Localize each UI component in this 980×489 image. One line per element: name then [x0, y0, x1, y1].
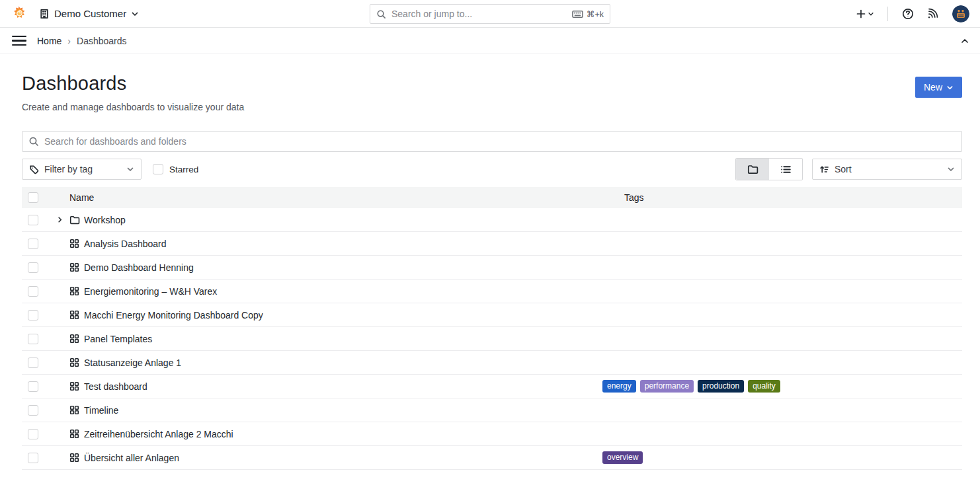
- table-row[interactable]: Macchi Energy Monitoring Dashboard Copy: [22, 303, 962, 327]
- apps-icon: [69, 453, 79, 463]
- row-checkbox[interactable]: [28, 215, 38, 225]
- page-title: Dashboards: [22, 73, 244, 94]
- table-row[interactable]: Statusanzeige Anlage 1: [22, 351, 962, 375]
- apps-icon: [69, 357, 79, 367]
- table-row[interactable]: Panel Templates: [22, 327, 962, 351]
- search-icon: [376, 9, 386, 19]
- sort-select[interactable]: Sort: [812, 159, 962, 180]
- sort-icon: [819, 165, 829, 174]
- chevron-down-icon: [131, 10, 139, 18]
- user-avatar[interactable]: [952, 5, 969, 22]
- org-switcher[interactable]: Demo Customer: [39, 8, 139, 19]
- row-name[interactable]: Test dashboard: [84, 381, 147, 392]
- row-tags: overview: [602, 451, 643, 464]
- apps-icon: [69, 310, 79, 320]
- tag-pill[interactable]: performance: [640, 380, 694, 393]
- new-quick-add-button[interactable]: [852, 6, 878, 22]
- chevron-down-icon: [126, 165, 134, 173]
- dashboards-table: Name Tags Workshop Analysis Dashboard: [22, 187, 962, 470]
- apps-icon: [69, 405, 79, 415]
- building-icon: [39, 9, 50, 19]
- row-name[interactable]: Panel Templates: [84, 334, 152, 344]
- chevron-down-icon: [946, 84, 954, 91]
- chevron-down-icon: [947, 165, 955, 173]
- tag-pill[interactable]: overview: [602, 451, 643, 464]
- tag-pill[interactable]: quality: [748, 380, 780, 393]
- row-tags: energyperformanceproductionquality: [602, 380, 780, 393]
- grafana-logo-icon: [11, 5, 27, 22]
- table-row[interactable]: Workshop: [22, 208, 962, 232]
- folder-view-button[interactable]: [736, 159, 769, 180]
- filter-by-tag-select[interactable]: Filter by tag: [22, 159, 142, 180]
- dashboards-page: Dashboards Create and manage dashboards …: [0, 73, 980, 470]
- row-name[interactable]: Energiemonitoring – W&H Varex: [84, 286, 217, 297]
- table-row[interactable]: Zeitreihenübersicht Anlage 2 Macchi: [22, 422, 962, 446]
- row-checkbox[interactable]: [28, 429, 38, 439]
- row-checkbox[interactable]: [28, 310, 38, 320]
- table-row[interactable]: Timeline: [22, 398, 962, 422]
- row-name[interactable]: Macchi Energy Monitoring Dashboard Copy: [84, 310, 263, 320]
- help-button[interactable]: [897, 5, 919, 22]
- table-header: Name Tags: [22, 187, 962, 208]
- list-view-button[interactable]: [769, 159, 802, 180]
- breadcrumb-current: Dashboards: [77, 36, 127, 46]
- column-header-tags: Tags: [624, 192, 644, 203]
- page-subtitle: Create and manage dashboards to visualiz…: [22, 102, 244, 112]
- tag-pill[interactable]: energy: [602, 380, 636, 393]
- news-button[interactable]: [922, 5, 943, 22]
- starred-label: Starred: [169, 165, 198, 174]
- table-row[interactable]: Demo Dashboard Henning: [22, 256, 962, 280]
- expand-icon[interactable]: [56, 216, 65, 223]
- row-checkbox[interactable]: [28, 381, 38, 392]
- table-row[interactable]: Übersicht aller Anlagen overview: [22, 446, 962, 470]
- dashboard-search-placeholder: Search for dashboards and folders: [44, 136, 186, 147]
- table-row[interactable]: Energiemonitoring – W&H Varex: [22, 280, 962, 303]
- table-row[interactable]: Analysis Dashboard: [22, 232, 962, 256]
- breadcrumb-home[interactable]: Home: [37, 36, 61, 46]
- folder-icon: [747, 164, 758, 175]
- row-checkbox[interactable]: [28, 453, 38, 463]
- new-button[interactable]: New: [915, 77, 962, 98]
- global-search-placeholder: Search or jump to...: [391, 9, 567, 19]
- row-name[interactable]: Statusanzeige Anlage 1: [84, 357, 181, 368]
- list-icon: [780, 164, 792, 175]
- apps-icon: [69, 286, 79, 296]
- row-checkbox[interactable]: [28, 262, 38, 273]
- starred-checkbox[interactable]: [153, 164, 163, 174]
- tag-pill[interactable]: production: [698, 380, 744, 393]
- breadcrumb-separator: ›: [67, 36, 71, 46]
- apps-icon: [69, 334, 79, 344]
- table-body: Workshop Analysis Dashboard Demo Dashboa…: [22, 208, 962, 470]
- row-name[interactable]: Demo Dashboard Henning: [84, 262, 194, 273]
- apps-icon: [69, 239, 79, 248]
- column-header-name: Name: [69, 192, 94, 203]
- search-icon: [28, 136, 39, 147]
- global-search-input[interactable]: Search or jump to... ⌘+k: [370, 4, 610, 24]
- org-name: Demo Customer: [54, 8, 126, 19]
- row-name[interactable]: Timeline: [84, 405, 118, 416]
- view-toggle: [735, 158, 803, 180]
- starred-filter[interactable]: Starred: [153, 164, 198, 174]
- row-name[interactable]: Analysis Dashboard: [84, 239, 167, 249]
- filter-by-tag-label: Filter by tag: [44, 164, 121, 174]
- folder-icon: [69, 215, 80, 225]
- row-checkbox[interactable]: [28, 286, 38, 297]
- row-checkbox[interactable]: [28, 405, 38, 416]
- row-checkbox[interactable]: [28, 239, 38, 249]
- row-name[interactable]: Workshop: [84, 215, 126, 225]
- mega-menu-toggle[interactable]: [11, 33, 28, 48]
- apps-icon: [69, 381, 79, 391]
- top-nav: Demo Customer Search or jump to... ⌘+k: [0, 0, 980, 28]
- new-button-label: New: [924, 82, 942, 93]
- row-name[interactable]: Zeitreihenübersicht Anlage 2 Macchi: [84, 429, 233, 439]
- row-name[interactable]: Übersicht aller Anlagen: [84, 453, 179, 463]
- dashboard-search-input[interactable]: Search for dashboards and folders: [22, 131, 962, 152]
- nav-divider: [887, 7, 888, 21]
- row-checkbox[interactable]: [28, 357, 38, 368]
- table-row[interactable]: Test dashboard energyperformanceproducti…: [22, 375, 962, 398]
- keyboard-icon: [572, 10, 583, 19]
- select-all-checkbox[interactable]: [28, 192, 38, 203]
- row-checkbox[interactable]: [28, 334, 38, 344]
- chevron-up-icon[interactable]: [960, 36, 969, 46]
- breadcrumb: Home › Dashboards: [37, 36, 127, 46]
